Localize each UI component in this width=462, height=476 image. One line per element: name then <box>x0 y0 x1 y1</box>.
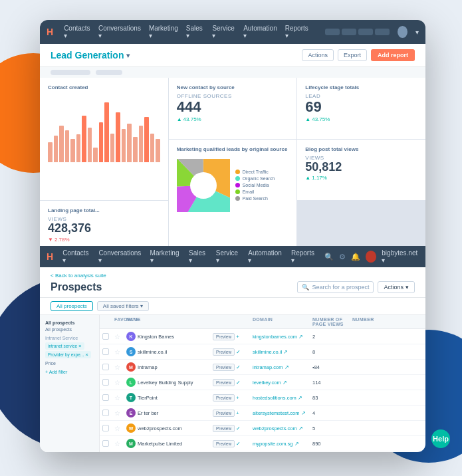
preview-btn-6[interactable]: Preview <box>213 410 235 417</box>
row-views-3: •84 <box>312 364 352 370</box>
filter-sidebar: All prospects All prospects Intranet Ser… <box>40 315 100 452</box>
table-row: ☆ T TierPoint Preview + hostedsolitions.… <box>100 390 425 406</box>
nav2-conversations[interactable]: Conversations ▾ <box>98 249 143 264</box>
nav2-avatar[interactable] <box>366 251 376 263</box>
preview-btn-8[interactable]: Preview <box>213 440 235 447</box>
search-box[interactable]: 🔍 Search for a prospect <box>297 281 374 293</box>
row-checkbox-8[interactable] <box>102 440 109 447</box>
row-star-6[interactable]: ☆ <box>114 410 126 417</box>
nav-pill-1 <box>325 29 340 35</box>
dashboard-export-btn[interactable]: Export <box>338 49 367 61</box>
legend-direct: Direct Traffic <box>235 170 275 174</box>
company-avatar-2: S <box>126 347 136 356</box>
nav-reports[interactable]: Reports ▾ <box>285 25 309 39</box>
row-domain-5[interactable]: hostedsolitions.com ↗ <box>253 395 312 401</box>
row-views-8: 890 <box>312 441 352 447</box>
row-preview-1[interactable]: Preview + <box>213 333 253 340</box>
row-domain-6[interactable]: altersystemstest.com ↗ <box>253 410 312 416</box>
row-checkbox-4[interactable] <box>102 379 109 386</box>
row-star-5[interactable]: ☆ <box>114 394 126 402</box>
preview-btn-2[interactable]: Preview <box>213 348 235 356</box>
row-domain-3[interactable]: intramap.com ↗ <box>253 364 312 370</box>
filter-tag-2-text: Provider by expe... <box>48 352 84 357</box>
dashboard-title-caret[interactable]: ▾ <box>126 52 130 59</box>
gear-icon[interactable]: ⚙ <box>339 253 346 261</box>
preview-btn-7[interactable]: Preview <box>213 425 235 432</box>
row-checkbox-3[interactable] <box>102 364 109 370</box>
th-domain[interactable]: DOMAIN <box>253 317 312 326</box>
legend-dot-organic <box>235 176 240 181</box>
row-checkbox-6[interactable] <box>102 410 109 416</box>
filter-all-prospects[interactable]: All prospects <box>45 327 94 332</box>
filter-tag-2-close[interactable]: × <box>85 352 88 358</box>
preview-btn-3[interactable]: Preview <box>213 364 235 371</box>
nav2-contacts[interactable]: Contacts ▾ <box>62 249 92 264</box>
actions-btn[interactable]: Actions ▾ <box>378 281 415 293</box>
row-domain-4[interactable]: levelkey.com ↗ <box>253 380 312 386</box>
nav-service[interactable]: Service ▾ <box>212 25 235 39</box>
row-preview-7[interactable]: Preview ✓ <box>213 425 253 432</box>
help-button[interactable]: Help <box>431 429 450 448</box>
row-star-2[interactable]: ☆ <box>114 348 126 356</box>
row-star-8[interactable]: ☆ <box>114 440 126 447</box>
contact-created-chart <box>48 96 160 162</box>
row-checkbox-2[interactable] <box>102 348 109 355</box>
row-star-1[interactable]: ☆ <box>114 333 126 340</box>
preview-btn-4[interactable]: Preview <box>213 379 235 386</box>
row-preview-2[interactable]: Preview ✓ <box>213 348 253 356</box>
row-name-6: E Er ter ber <box>126 408 213 417</box>
bell-icon[interactable]: 🔔 <box>351 253 360 261</box>
nav-automation[interactable]: Automation ▾ <box>243 25 277 39</box>
row-star-4[interactable]: ☆ <box>114 379 126 386</box>
row-domain-1[interactable]: kingstonbarnes.com ↗ <box>253 334 312 340</box>
nav-avatar[interactable] <box>398 26 407 38</box>
search-icon[interactable]: 🔍 <box>324 253 334 261</box>
th-pageviews[interactable]: NUMBER OF PAGE VIEWS <box>312 317 352 326</box>
row-preview-8[interactable]: Preview ✓ <box>213 440 253 447</box>
row-domain-2[interactable]: skillmine.co.il ↗ <box>253 349 312 355</box>
dashboard-actions-btn[interactable]: Actions <box>302 49 334 61</box>
row-preview-5[interactable]: Preview + <box>213 394 253 402</box>
landing-page-change-value: 2.78% <box>55 237 70 243</box>
lifecycle-title: Lifecycle stage totals <box>305 84 417 90</box>
nav2-automation[interactable]: Automation ▾ <box>248 249 285 264</box>
nav-sales[interactable]: Sales ▾ <box>186 25 205 39</box>
nav2-account[interactable]: bigbytes.net ▾ <box>382 249 419 264</box>
row-views-2: 8 <box>312 349 352 355</box>
row-checkbox-5[interactable] <box>102 394 109 401</box>
lifecycle-change: ▲ 43.75% <box>305 116 417 122</box>
row-preview-3[interactable]: Preview ✓ <box>213 364 253 371</box>
company-avatar-5: T <box>126 393 136 402</box>
all-prospects-btn[interactable]: All prospects <box>51 301 93 311</box>
nav-marketing[interactable]: Marketing ▾ <box>149 25 178 39</box>
add-report-btn[interactable]: Add report <box>371 49 415 61</box>
preview-btn-5[interactable]: Preview <box>213 394 235 402</box>
company-avatar-3: M <box>126 362 136 372</box>
row-star-3[interactable]: ☆ <box>114 364 126 371</box>
row-name-7: W web2prospects.com <box>126 423 213 433</box>
nav2-marketing[interactable]: Marketing ▾ <box>150 249 182 264</box>
row-star-7[interactable]: ☆ <box>114 425 126 432</box>
prospects-header: < Back to analysis suite Prospects 🔍 Sea… <box>40 267 425 298</box>
row-preview-6[interactable]: Preview + <box>213 410 253 417</box>
row-domain-7[interactable]: web2prospects.com ↗ <box>253 425 312 431</box>
row-checkbox-1[interactable] <box>102 333 109 340</box>
add-filter-btn[interactable]: + Add filter <box>45 370 94 374</box>
nav2-service[interactable]: Service ▾ <box>216 249 242 264</box>
row-name-3: M Intramap <box>126 362 213 372</box>
filter-tag-1-close[interactable]: × <box>78 343 82 349</box>
row-domain-8[interactable]: mypopsite.com.sg ↗ <box>253 441 312 447</box>
nav-contacts[interactable]: Contacts ▾ <box>64 25 90 39</box>
th-name[interactable]: NAME <box>126 317 213 326</box>
th-favorite: FAVORITE <box>114 317 126 326</box>
breadcrumb[interactable]: < Back to analysis suite <box>51 273 415 279</box>
nav2-sales[interactable]: Sales ▾ <box>189 249 209 264</box>
nav-conversations[interactable]: Conversations ▾ <box>98 25 141 39</box>
nav-account-caret[interactable]: ▾ <box>415 29 419 36</box>
row-checkbox-7[interactable] <box>102 425 109 431</box>
nav2-reports[interactable]: Reports ▾ <box>291 249 318 264</box>
preview-btn-1[interactable]: Preview <box>213 333 235 340</box>
legend-social: Social Media <box>235 183 275 187</box>
row-preview-4[interactable]: Preview ✓ <box>213 379 253 386</box>
all-saved-filters-btn[interactable]: All saved filters ▾ <box>97 301 149 311</box>
